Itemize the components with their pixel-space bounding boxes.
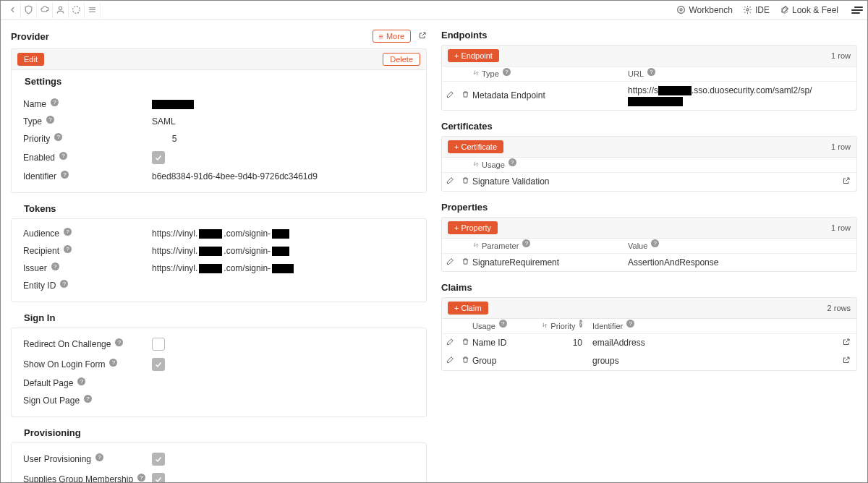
ide-link[interactable]: IDE [743, 5, 770, 15]
help-icon[interactable] [51, 98, 59, 106]
svg-point-6 [680, 9, 682, 11]
prop-value: AssertionAndResponse [628, 257, 851, 268]
edit-icon[interactable] [446, 338, 454, 348]
workbench-link[interactable]: Workbench [676, 5, 732, 15]
trash-icon[interactable] [461, 90, 469, 101]
help-icon[interactable] [509, 158, 516, 166]
type-value: SAML [152, 116, 414, 127]
priority-value: 5 [152, 134, 414, 144]
endpoint-url: https://s.sso.duosecurity.com/saml2/sp/ [628, 85, 851, 106]
help-icon[interactable] [109, 359, 117, 367]
edit-icon[interactable] [446, 356, 454, 366]
delete-button[interactable]: Delete [383, 53, 420, 66]
entityid-label: Entity ID [23, 281, 56, 291]
priority-label: Priority [23, 134, 50, 144]
lookfeel-link[interactable]: Look & Feel [780, 5, 838, 15]
svg-point-5 [678, 7, 685, 14]
showlogin-checkbox [152, 358, 165, 371]
name-label: Name [23, 99, 46, 109]
help-icon[interactable] [115, 338, 123, 346]
external-link-icon[interactable] [842, 176, 851, 187]
table-row: Signature Validation [442, 173, 856, 191]
showlogin-label: Show On Login Form [23, 359, 105, 369]
col-param[interactable]: Parameter [482, 241, 519, 250]
help-icon[interactable] [503, 68, 511, 76]
table-row: Group groups [442, 352, 856, 370]
help-icon[interactable] [651, 239, 659, 247]
supplies-label: Supplies Group Membership [23, 474, 133, 482]
col-priority[interactable]: Priority [550, 322, 575, 330]
help-icon[interactable] [626, 320, 634, 328]
properties-title: Properties [441, 202, 857, 213]
help-icon[interactable] [522, 239, 530, 247]
tokens-title: Tokens [11, 203, 427, 218]
top-toolbar: Workbench IDE Look & Feel [1, 1, 867, 20]
col-identifier[interactable]: Identifier [592, 322, 623, 330]
add-endpoint-button[interactable]: + Endpoint [448, 49, 499, 62]
popout-icon[interactable] [418, 31, 427, 42]
external-link-icon[interactable] [842, 356, 851, 367]
back-icon[interactable] [5, 2, 21, 18]
signoutpage-label: Sign Out Page [23, 396, 80, 406]
help-icon[interactable] [60, 280, 68, 288]
col-type[interactable]: Type [482, 69, 499, 78]
svg-point-7 [746, 9, 749, 11]
cloud-icon[interactable] [37, 2, 53, 18]
help-icon[interactable] [95, 453, 103, 461]
supplies-checkbox [152, 473, 165, 482]
cert-usage: Signature Validation [472, 176, 842, 187]
audience-label: Audience [23, 228, 59, 239]
col-usage[interactable]: Usage [472, 322, 495, 330]
sort-icon[interactable] [541, 322, 548, 330]
defaultpage-label: Default Page [23, 378, 73, 388]
help-icon[interactable] [61, 171, 69, 179]
edit-icon[interactable] [446, 257, 454, 268]
audience-value: https://vinyl..com/signin- [152, 228, 414, 239]
lines-icon[interactable] [85, 2, 101, 18]
redirect-checkbox [152, 338, 165, 351]
endpoints-toolbar: + Endpoint 1 row [441, 45, 857, 66]
menu-icon[interactable] [851, 7, 863, 14]
help-icon[interactable] [64, 228, 72, 236]
help-icon[interactable] [579, 320, 582, 328]
help-icon[interactable] [84, 395, 92, 403]
sort-icon[interactable] [472, 241, 480, 250]
trash-icon[interactable] [461, 338, 469, 348]
add-property-button[interactable]: + Property [448, 221, 498, 234]
provider-header: Provider More [11, 30, 427, 43]
col-url[interactable]: URL [628, 69, 644, 78]
provider-toolbar: Edit Delete [11, 48, 427, 69]
claim-identifier: emailAddress [588, 338, 842, 348]
certificates-toolbar: + Certificate 1 row [441, 136, 857, 157]
edit-icon[interactable] [446, 176, 454, 187]
edit-icon[interactable] [446, 90, 454, 101]
add-certificate-button[interactable]: + Certificate [448, 140, 503, 153]
loading-icon[interactable] [69, 2, 85, 18]
edit-button[interactable]: Edit [17, 53, 44, 66]
help-icon[interactable] [77, 377, 85, 385]
sort-icon[interactable] [472, 161, 480, 169]
sort-icon[interactable] [472, 69, 480, 78]
help-icon[interactable] [46, 116, 54, 124]
help-icon[interactable] [137, 474, 145, 482]
help-icon[interactable] [51, 262, 59, 270]
person-icon[interactable] [53, 2, 69, 18]
table-row: Metadata Endpoint https://s.sso.duosecur… [442, 82, 856, 110]
help-icon[interactable] [647, 68, 655, 76]
table-row: SignatureRequirement AssertionAndRespons… [442, 254, 856, 271]
external-link-icon[interactable] [842, 338, 851, 349]
col-usage[interactable]: Usage [482, 161, 505, 169]
help-icon[interactable] [64, 245, 72, 253]
help-icon[interactable] [59, 152, 67, 160]
help-icon[interactable] [499, 320, 507, 328]
trash-icon[interactable] [461, 356, 469, 366]
trash-icon[interactable] [461, 176, 469, 187]
add-claim-button[interactable]: + Claim [448, 302, 488, 315]
shield-icon[interactable] [21, 2, 37, 18]
col-value[interactable]: Value [628, 241, 647, 250]
trash-icon[interactable] [461, 257, 469, 268]
more-button[interactable]: More [373, 30, 411, 43]
help-icon[interactable] [54, 133, 62, 141]
type-label: Type [23, 116, 42, 127]
claim-priority: 10 [553, 338, 588, 348]
